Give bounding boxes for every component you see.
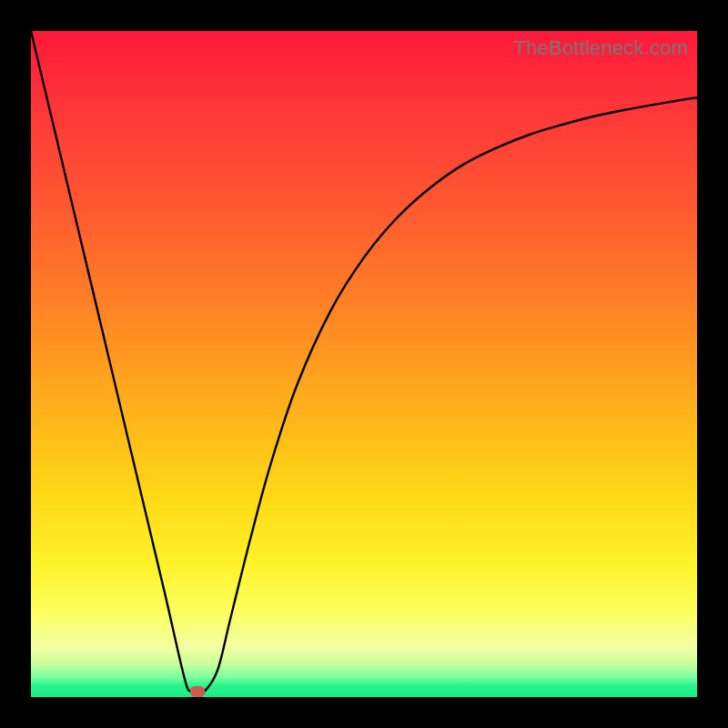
plot-area: TheBottleneck.com — [31, 31, 697, 697]
curve-svg — [31, 31, 697, 697]
chart-frame: TheBottleneck.com — [0, 0, 728, 728]
minimum-marker — [190, 686, 205, 697]
bottleneck-curve-path — [31, 31, 697, 693]
